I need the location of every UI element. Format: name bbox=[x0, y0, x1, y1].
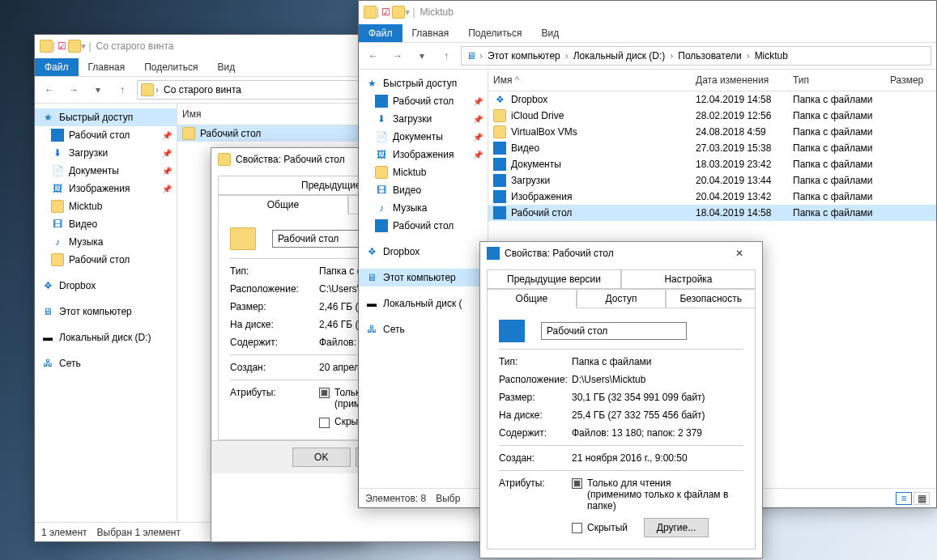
breadcrumb[interactable]: Локальный диск (D:) bbox=[570, 50, 669, 62]
titlebar[interactable]: | ☑ ▾ | Со старого винта bbox=[35, 35, 365, 57]
pc-icon: 🖥 bbox=[41, 305, 54, 318]
tab-view[interactable]: Вид bbox=[531, 24, 569, 42]
breadcrumb[interactable]: Пользователи bbox=[675, 50, 744, 62]
sidebar-quick-access[interactable]: ★Быстрый доступ bbox=[359, 74, 488, 92]
col-size[interactable]: Размер bbox=[885, 73, 934, 87]
tab-file[interactable]: Файл bbox=[35, 58, 79, 76]
label: Micktub bbox=[393, 167, 426, 178]
sidebar-item-pictures[interactable]: 🖼Изображения📌 bbox=[35, 180, 177, 197]
tab-general[interactable]: Общие bbox=[218, 195, 348, 214]
titlebar[interactable]: | ☑ ▾ | Micktub bbox=[359, 1, 936, 23]
breadcrumb[interactable]: Со старого винта bbox=[160, 84, 245, 95]
star-icon: ★ bbox=[365, 77, 378, 90]
file-row[interactable]: Документы18.03.2019 23:42Папка с файлами bbox=[488, 156, 936, 172]
sidebar-item-music[interactable]: ♪Музыка bbox=[359, 199, 488, 217]
folder-icon bbox=[182, 127, 195, 140]
col-type[interactable]: Тип bbox=[788, 73, 885, 87]
sidebar-item-video[interactable]: 🎞Видео bbox=[359, 181, 488, 199]
file-row[interactable]: Загрузки20.04.2019 13:44Папка с файлами bbox=[488, 172, 936, 189]
sidebar-item-pictures[interactable]: 🖼Изображения📌 bbox=[359, 146, 488, 163]
hidden-checkbox[interactable]: Скрытый bbox=[572, 522, 628, 533]
sidebar-drive[interactable]: ▬Локальный диск ( bbox=[359, 295, 488, 312]
file-row[interactable]: Изображения20.04.2019 13:42Папка с файла… bbox=[488, 189, 936, 205]
sidebar-quick-access[interactable]: ★Быстрый доступ bbox=[35, 108, 177, 126]
label: Dropbox bbox=[383, 246, 420, 257]
contains-value: Файлов: 13 180; папок: 2 379 bbox=[572, 427, 743, 439]
folder-icon bbox=[218, 153, 231, 166]
tab-home[interactable]: Главная bbox=[79, 58, 135, 76]
label: Загрузки bbox=[393, 113, 432, 125]
view-details-icon[interactable]: ≡ bbox=[896, 492, 912, 505]
folder-icon bbox=[230, 226, 256, 252]
nav-back-icon[interactable]: ← bbox=[40, 80, 59, 100]
file-row[interactable]: Рабочий стол bbox=[177, 125, 365, 142]
sidebar-item-documents[interactable]: 📄Документы📌 bbox=[359, 128, 488, 146]
nav-up-icon[interactable]: ↑ bbox=[437, 46, 456, 66]
file-row[interactable]: Рабочий стол18.04.2019 14:58Папка с файл… bbox=[488, 205, 936, 221]
sidebar-dropbox[interactable]: ❖Dropbox bbox=[359, 243, 488, 261]
ok-button[interactable]: OK bbox=[292, 448, 351, 467]
tab-view[interactable]: Вид bbox=[207, 58, 245, 76]
sidebar-dropbox[interactable]: ❖Dropbox bbox=[35, 277, 177, 295]
file-type: Папка с файлами bbox=[793, 191, 890, 202]
tab-home[interactable]: Главная bbox=[402, 24, 459, 42]
label: Этот компьютер bbox=[59, 306, 132, 317]
nav-back-icon[interactable]: ← bbox=[364, 46, 383, 66]
view-large-icon[interactable]: ▦ bbox=[914, 492, 930, 505]
file-row[interactable]: ❖Dropbox12.04.2019 14:58Папка с файлами bbox=[488, 91, 936, 108]
sidebar-network[interactable]: 🖧Сеть bbox=[359, 320, 488, 338]
nav-up-icon[interactable]: ↑ bbox=[113, 80, 132, 100]
other-button[interactable]: Другие... bbox=[644, 518, 709, 537]
navbar: ← → ▾ ↑ 🖥 › Этот компьютер › Локальный д… bbox=[359, 43, 936, 70]
breadcrumb[interactable]: Micktub bbox=[752, 50, 791, 62]
address-bar[interactable]: › Со старого винта bbox=[137, 80, 360, 100]
tab-share[interactable]: Поделиться bbox=[134, 58, 207, 76]
label: Музыка bbox=[69, 236, 103, 248]
folder-icon bbox=[141, 83, 154, 96]
nav-forward-icon[interactable]: → bbox=[388, 46, 407, 66]
properties-dialog-2[interactable]: Свойства: Рабочий стол ✕ Предыдущие верс… bbox=[479, 241, 763, 558]
chevron-down-icon[interactable]: ▾ bbox=[412, 46, 432, 66]
tab-share[interactable]: Поделиться bbox=[458, 24, 531, 42]
folder-name-input[interactable]: Рабочий стол bbox=[541, 322, 687, 340]
sidebar-drive[interactable]: ▬Локальный диск (D:) bbox=[35, 329, 177, 346]
column-headers[interactable]: Имя bbox=[177, 104, 365, 125]
check-icon: ☑ bbox=[379, 6, 392, 19]
sidebar-item-video[interactable]: 🎞Видео bbox=[35, 215, 177, 233]
col-name[interactable]: Имя ^ bbox=[488, 73, 691, 87]
sidebar-item-desktop[interactable]: Рабочий стол📌 bbox=[35, 126, 177, 144]
tab-general[interactable]: Общие bbox=[487, 289, 577, 308]
close-icon[interactable]: ✕ bbox=[723, 248, 756, 259]
sidebar-item-music[interactable]: ♪Музыка bbox=[35, 233, 177, 251]
sidebar-this-pc[interactable]: 🖥Этот компьютер bbox=[359, 269, 488, 286]
dialog-title: Свойства: Рабочий стол bbox=[505, 248, 614, 259]
tab-previous-versions[interactable]: Предыдущие версии bbox=[487, 269, 621, 289]
sidebar-item-desktop[interactable]: Рабочий стол bbox=[35, 251, 177, 269]
address-bar[interactable]: 🖥 › Этот компьютер › Локальный диск (D:)… bbox=[461, 46, 931, 66]
size-value: 30,1 ГБ (32 354 991 099 байт) bbox=[572, 392, 743, 403]
col-date[interactable]: Дата изменения bbox=[691, 73, 788, 87]
breadcrumb[interactable]: Этот компьютер bbox=[484, 50, 564, 62]
file-row[interactable]: Видео27.03.2019 15:38Папка с файлами bbox=[488, 140, 936, 156]
nav-forward-icon[interactable]: → bbox=[64, 80, 83, 100]
sidebar-item-micktub[interactable]: Micktub bbox=[35, 197, 177, 215]
chevron-down-icon[interactable]: ▾ bbox=[88, 80, 108, 100]
sidebar-item-downloads[interactable]: ⬇Загрузки📌 bbox=[359, 110, 488, 128]
tab-security[interactable]: Безопасность bbox=[666, 289, 756, 308]
sidebar-this-pc[interactable]: 🖥Этот компьютер bbox=[35, 303, 177, 320]
sidebar-item-downloads[interactable]: ⬇Загрузки📌 bbox=[35, 144, 177, 162]
tab-sharing[interactable]: Доступ bbox=[577, 289, 667, 308]
col-name[interactable]: Имя bbox=[177, 107, 356, 121]
file-row[interactable]: iCloud Drive28.02.2019 12:56Папка с файл… bbox=[488, 108, 936, 124]
tab-file[interactable]: Файл bbox=[359, 24, 402, 42]
readonly-checkbox[interactable]: Только для чтения bbox=[572, 477, 743, 489]
file-row[interactable]: VirtualBox VMs24.08.2018 4:59Папка с фай… bbox=[488, 124, 936, 140]
sidebar-item-documents[interactable]: 📄Документы📌 bbox=[35, 162, 177, 180]
sidebar-network[interactable]: 🖧Сеть bbox=[35, 354, 177, 372]
sidebar-item-micktub[interactable]: Micktub bbox=[359, 163, 488, 181]
tab-customize[interactable]: Настройка bbox=[621, 269, 756, 289]
column-headers[interactable]: Имя ^ Дата изменения Тип Размер bbox=[488, 70, 936, 91]
sidebar-item-desktop[interactable]: Рабочий стол📌 bbox=[359, 92, 488, 110]
dialog-title-bar[interactable]: Свойства: Рабочий стол ✕ bbox=[480, 242, 762, 265]
sidebar-item-desktop[interactable]: Рабочий стол bbox=[359, 217, 488, 235]
